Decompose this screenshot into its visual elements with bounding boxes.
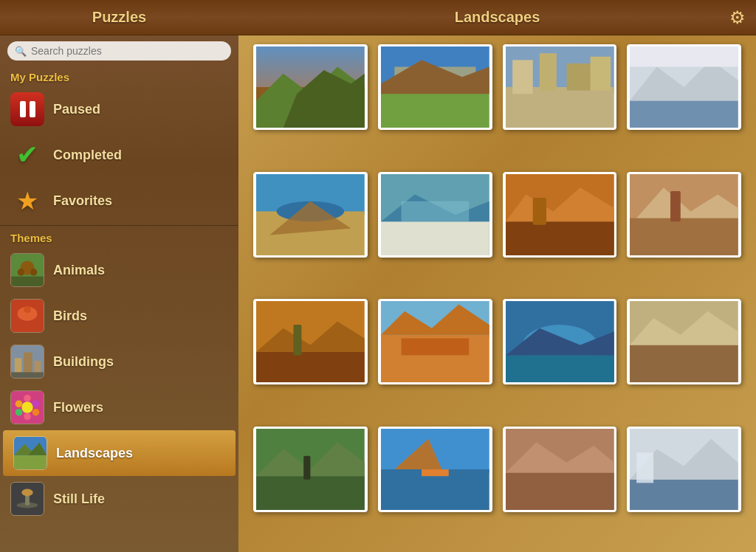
check-icon: ✔	[16, 139, 38, 170]
svg-rect-79	[256, 476, 365, 510]
sidebar-title: Puzzles	[92, 9, 146, 25]
svg-rect-54	[401, 201, 469, 221]
search-icon: 🔍	[15, 46, 27, 57]
puzzle-3[interactable]	[503, 44, 617, 130]
birds-label: Birds	[53, 308, 87, 324]
svg-rect-90	[630, 479, 738, 509]
search-input[interactable]	[31, 45, 224, 57]
puzzle-2[interactable]	[378, 44, 492, 130]
puzzle-7[interactable]	[503, 172, 617, 258]
svg-rect-85	[422, 469, 449, 476]
themes-label: Themes	[0, 227, 238, 247]
svg-rect-87	[506, 472, 614, 509]
flowers-thumbnail	[10, 390, 44, 424]
svg-rect-60	[630, 218, 738, 255]
sidebar-item-landscapes[interactable]: Landscapes	[3, 430, 236, 476]
sidebar-item-favorites[interactable]: ★ Favorites	[0, 178, 238, 224]
check-icon-container: ✔	[10, 138, 44, 172]
sidebar-item-paused[interactable]: Paused	[0, 86, 238, 132]
puzzle-5[interactable]	[253, 172, 368, 258]
star-icon-container: ★	[10, 184, 44, 218]
star-icon: ★	[16, 186, 38, 215]
sidebar-item-stilllife[interactable]: Still Life	[0, 476, 238, 522]
buildings-thumbnail	[10, 345, 44, 379]
svg-point-17	[32, 409, 40, 416]
divider-themes	[0, 225, 238, 226]
puzzle-14[interactable]	[378, 427, 492, 512]
svg-rect-73	[506, 355, 614, 382]
pause-icon	[10, 92, 44, 126]
svg-rect-42	[590, 57, 611, 91]
svg-rect-22	[14, 455, 47, 469]
svg-point-7	[24, 306, 31, 314]
sidebar-item-birds[interactable]: Birds	[0, 293, 238, 339]
puzzle-6[interactable]	[378, 172, 492, 258]
puzzle-8[interactable]	[627, 172, 741, 258]
sidebar: Puzzles 🔍 My Puzzles Paused ✔ Completed …	[0, 0, 238, 552]
favorites-label: Favorites	[53, 193, 112, 209]
search-input-wrapper[interactable]: 🔍	[7, 41, 231, 61]
svg-rect-64	[256, 352, 365, 382]
my-puzzles-label: My Puzzles	[0, 66, 238, 86]
stilllife-label: Still Life	[53, 491, 105, 507]
svg-rect-52	[381, 221, 489, 255]
sidebar-item-buildings[interactable]: Buildings	[0, 339, 238, 384]
puzzle-13[interactable]	[253, 427, 368, 512]
animals-thumbnail	[10, 253, 44, 287]
puzzle-10[interactable]	[378, 299, 492, 384]
svg-point-18	[24, 413, 31, 421]
puzzle-12[interactable]	[627, 299, 741, 384]
svg-rect-58	[532, 198, 546, 225]
svg-rect-81	[303, 455, 310, 479]
svg-rect-46	[630, 46, 738, 67]
svg-point-20	[16, 400, 23, 407]
svg-rect-4	[11, 277, 44, 286]
svg-point-3	[30, 269, 38, 276]
puzzle-4[interactable]	[627, 44, 741, 130]
stilllife-thumbnail	[10, 482, 44, 516]
sidebar-item-completed[interactable]: ✔ Completed	[0, 132, 238, 178]
svg-point-14	[21, 401, 32, 413]
svg-rect-12	[11, 372, 44, 378]
puzzle-9[interactable]	[253, 299, 368, 384]
landscapes-label: Landscapes	[56, 446, 133, 461]
svg-rect-70	[401, 338, 469, 355]
puzzle-15[interactable]	[503, 427, 617, 512]
svg-point-15	[24, 395, 31, 402]
landscapes-thumbnail	[13, 436, 47, 470]
svg-rect-76	[630, 345, 738, 382]
puzzle-grid	[238, 35, 756, 552]
animals-label: Animals	[53, 263, 105, 278]
svg-rect-56	[506, 221, 614, 255]
birds-thumbnail	[10, 299, 44, 333]
puzzle-1[interactable]	[253, 44, 368, 130]
completed-label: Completed	[53, 148, 122, 163]
svg-rect-40	[539, 53, 556, 90]
svg-rect-62	[670, 190, 681, 221]
svg-point-2	[18, 269, 25, 276]
main-header: Landscapes ⚙	[238, 0, 756, 35]
flowers-label: Flowers	[53, 400, 103, 415]
svg-rect-66	[293, 325, 301, 355]
search-bar: 🔍	[0, 35, 238, 66]
sidebar-item-animals[interactable]: Animals	[0, 247, 238, 293]
puzzle-16[interactable]	[627, 427, 741, 512]
svg-rect-41	[566, 63, 594, 91]
svg-point-28	[21, 489, 32, 497]
svg-rect-44	[630, 100, 738, 128]
buildings-label: Buildings	[53, 354, 114, 370]
svg-rect-39	[512, 60, 533, 94]
main-content: Landscapes ⚙	[238, 0, 756, 552]
sidebar-item-flowers[interactable]: Flowers	[0, 384, 238, 430]
puzzle-11[interactable]	[503, 299, 617, 384]
svg-point-19	[16, 409, 23, 416]
svg-rect-92	[636, 452, 653, 483]
main-title: Landscapes	[455, 9, 540, 26]
svg-point-16	[32, 400, 40, 407]
settings-button[interactable]: ⚙	[729, 7, 746, 28]
paused-label: Paused	[53, 102, 100, 117]
sidebar-header: Puzzles	[0, 0, 238, 35]
